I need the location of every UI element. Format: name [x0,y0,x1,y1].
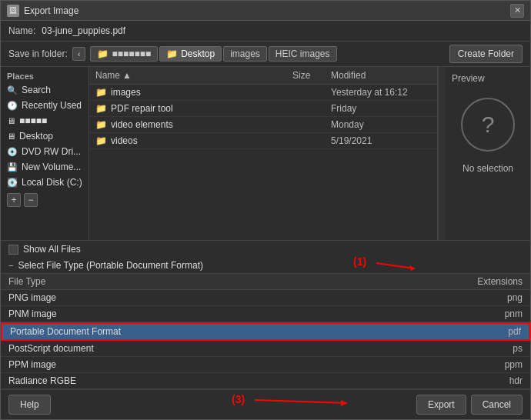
close-button[interactable]: ✕ [510,4,524,18]
svg-marker-2 [409,265,415,271]
sidebar-remove-button[interactable]: − [24,193,38,207]
folder-icon-2: 📁 [95,119,107,130]
help-button[interactable]: Help [8,395,51,415]
create-folder-button[interactable]: Create Folder [449,45,523,63]
svg-text:(3): (3) [232,393,245,405]
ft-col-ext-header: Extensions [461,276,523,287]
breadcrumb-label-desktop: Desktop [181,48,215,59]
name-label: Name: [8,25,35,36]
export-image-dialog: 🖼 Export Image ✕ Name: 03-june_puppies.p… [0,0,531,420]
name-row: Name: 03-june_puppies.pdf [1,21,530,42]
file-name-0: 📁 images [95,87,292,98]
breadcrumb-item-desktop[interactable]: 📁 Desktop [159,46,222,62]
sidebar-section-title: Places [1,67,88,82]
filetype-ext-ppm: ppm [461,359,523,370]
folder-row: Save in folder: ‹ 📁 ■■■■■■■ 📁 Desktop im… [1,42,530,67]
sidebar-item-custom-label: ■■■■■ [19,115,47,126]
filetype-ext-hdr: hdr [461,375,523,386]
file-name-value: 03-june_puppies.pdf [42,25,125,36]
title-bar: 🖼 Export Image ✕ [1,1,530,21]
breadcrumb-label-images: images [230,48,260,59]
breadcrumb-item-0[interactable]: 📁 ■■■■■■■ [90,46,158,62]
file-name-2: 📁 video elements [95,119,292,130]
filetype-row-png[interactable]: PNG image png [1,290,530,306]
sidebar-controls: + − [1,190,88,210]
app-icon: 🖼 [7,5,19,17]
title-bar-left: 🖼 Export Image [7,5,78,17]
filetype-name-pnm: PNM image [8,308,461,319]
show-all-files-label: Show All Files [23,244,81,255]
sidebar-item-search-label: Search [22,85,51,95]
sidebar-item-local-disk[interactable]: 💽 Local Disk (C:) [1,175,88,190]
cancel-button[interactable]: Cancel [471,395,523,415]
filetype-name-png: PNG image [8,292,461,303]
sidebar-item-desktop[interactable]: 🖥 Desktop [1,128,88,144]
new-volume-icon: 💾 [7,162,18,172]
sidebar-item-custom[interactable]: 🖥 ■■■■■ [1,113,88,128]
sidebar-item-new-volume[interactable]: 💾 New Volume... [1,159,88,175]
filetype-name-ppm: PPM image [8,359,461,370]
filetype-row-hdr[interactable]: Radiance RGBE hdr [1,373,530,389]
main-area: Places 🔍 Search 🕐 Recently Used 🖥 ■■■■■ … [1,67,530,240]
sidebar-item-search[interactable]: 🔍 Search [1,82,88,98]
sidebar-item-dvd-label: DVD RW Dri... [22,146,81,157]
recently-used-icon: 🕐 [7,101,18,111]
file-list: 📁 images Yesterday at 16:12 📁 PDF repair… [89,85,437,240]
footer: Help (3) Export Cancel [1,389,530,419]
sidebar-item-dvd[interactable]: 💿 DVD RW Dri... [1,144,88,159]
export-button[interactable]: Export [416,395,466,415]
column-size-header[interactable]: Size [292,70,331,81]
name-sort[interactable]: Name ▲ [95,70,292,81]
filetype-name-hdr: Radiance RGBE [8,375,461,386]
file-modified-2: Monday [331,119,431,130]
ft-col-type-header: File Type [8,276,461,287]
preview-title: Preview [452,73,485,84]
svg-text:(1): (1) [353,255,366,268]
collapse-icon: − [8,261,13,270]
sidebar: Places 🔍 Search 🕐 Recently Used 🖥 ■■■■■ … [1,67,89,240]
column-modified-header[interactable]: Modified [331,70,431,81]
file-list-header: Name ▲ Size Modified [89,67,437,85]
scrollbar[interactable] [438,67,446,240]
select-filetype-label: Select File Type (Portable Document Form… [18,260,203,271]
show-all-files-checkbox[interactable] [8,245,18,255]
file-area: Name ▲ Size Modified 📁 images Yesterday … [89,67,438,240]
annotation-3-arrow: (3) [155,386,386,417]
folder-icon-0: 📁 [95,87,107,98]
file-name-3: 📁 videos [95,135,292,146]
filetype-row-pdf[interactable]: Portable Document Format pdf (2) [1,322,530,341]
filetype-row-pnm[interactable]: PNM image pnm [1,306,530,322]
folder-icon-0: 📁 [97,48,109,59]
search-icon: 🔍 [7,85,18,95]
no-selection-label: No selection [463,163,513,174]
breadcrumb: 📁 ■■■■■■■ 📁 Desktop images HEIC images [90,46,444,62]
folder-icon-desktop: 📁 [166,48,178,59]
sidebar-item-recently-used[interactable]: 🕐 Recently Used [1,98,88,113]
table-row[interactable]: 📁 video elements Monday [89,117,437,133]
table-row[interactable]: 📁 videos 5/19/2021 [89,133,437,149]
sidebar-add-button[interactable]: + [7,193,21,207]
preview-icon: ? [461,98,515,152]
filetype-row-ps[interactable]: PostScript document ps [1,341,530,357]
breadcrumb-item-heic[interactable]: HEIC images [269,46,337,62]
sidebar-item-new-volume-label: New Volume... [22,162,81,172]
breadcrumb-label-0: ■■■■■■■ [112,48,151,59]
table-row[interactable]: 📁 PDF repair tool Friday [89,101,437,117]
filetype-name-ps: PostScript document [8,343,461,354]
dialog-title: Export Image [24,5,78,16]
local-disk-icon: 💽 [7,178,18,188]
nav-back-button[interactable]: ‹ [72,47,86,61]
filetype-row-ppm[interactable]: PPM image ppm [1,357,530,373]
table-row[interactable]: 📁 images Yesterday at 16:12 [89,85,437,101]
sort-arrow-icon: ▲ [122,70,132,81]
sidebar-item-desktop-label: Desktop [19,131,53,142]
select-filetype-row[interactable]: − Select File Type (Portable Document Fo… [1,258,530,273]
sidebar-item-local-disk-label: Local Disk (C:) [22,177,82,188]
breadcrumb-item-images[interactable]: images [223,46,267,62]
column-name-header[interactable]: Name ▲ [95,70,292,81]
svg-line-4 [255,400,347,403]
sidebar-item-recently-used-label: Recently Used [22,100,82,111]
filetype-ext-pdf: pdf [459,326,521,337]
filetype-table-header: File Type Extensions [1,273,530,290]
folder-icon-3: 📁 [95,135,107,146]
